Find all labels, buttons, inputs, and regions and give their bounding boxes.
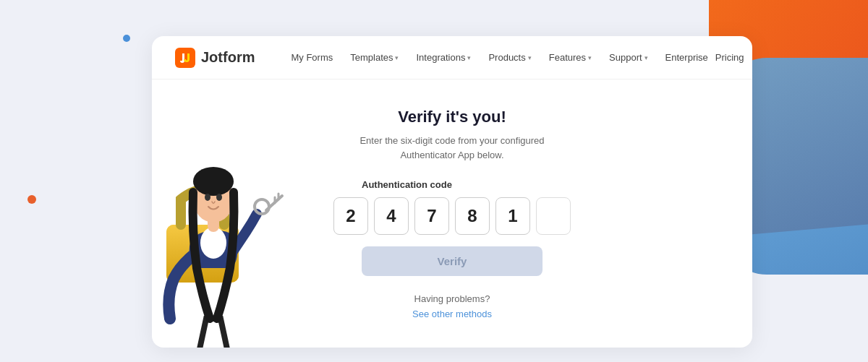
code-digit-5[interactable]	[495, 197, 530, 235]
chevron-down-icon: ▾	[467, 54, 471, 61]
svg-rect-0	[175, 48, 195, 68]
nav-my-forms[interactable]: My Forms	[284, 48, 340, 67]
nav-enterprise[interactable]: Enterprise	[658, 48, 715, 67]
verify-button[interactable]: Verify	[362, 246, 542, 276]
verify-subtitle: Enter the six-digit code from your confi…	[336, 134, 568, 162]
auth-code-label: Authentication code	[362, 179, 452, 190]
illustration	[152, 73, 289, 348]
person-lock-illustration	[152, 73, 289, 348]
code-digit-6[interactable]	[536, 197, 571, 235]
nav-templates[interactable]: Templates ▾	[343, 48, 406, 67]
nav-support[interactable]: Support ▾	[602, 48, 655, 67]
svg-point-12	[193, 167, 234, 196]
see-other-methods-link[interactable]: See other methods	[412, 309, 492, 319]
chevron-down-icon: ▾	[528, 54, 532, 61]
code-digit-2[interactable]	[374, 197, 409, 235]
bg-dot-orange	[27, 195, 36, 204]
logo-area[interactable]: Jotform	[175, 48, 255, 68]
chevron-down-icon: ▾	[588, 54, 592, 61]
verify-title: Verify it's you!	[398, 108, 506, 126]
nav-features[interactable]: Features ▾	[542, 48, 599, 67]
svg-point-13	[205, 194, 210, 201]
nav-products[interactable]: Products ▾	[481, 48, 538, 67]
svg-point-6	[255, 199, 269, 214]
code-inputs	[333, 197, 571, 235]
code-digit-1[interactable]	[333, 197, 368, 235]
svg-point-14	[216, 194, 222, 201]
nav-integrations[interactable]: Integrations ▾	[409, 48, 478, 67]
having-problems-text: Having problems?	[414, 293, 490, 304]
chevron-down-icon: ▾	[395, 54, 399, 61]
nav-links: My Forms Templates ▾ Integrations ▾ Prod…	[284, 48, 715, 67]
logo-text: Jotform	[201, 49, 255, 66]
bg-dot-blue	[123, 35, 130, 42]
code-digit-4[interactable]	[455, 197, 490, 235]
chevron-down-icon: ▾	[644, 54, 648, 61]
nav-pricing[interactable]: Pricing	[715, 52, 744, 63]
jotform-logo-icon	[175, 48, 195, 68]
main-card: Jotform My Forms Templates ▾ Integration…	[152, 36, 752, 348]
nav-right: Pricing Sign Up for Free	[715, 46, 752, 69]
code-digit-3[interactable]	[414, 197, 449, 235]
